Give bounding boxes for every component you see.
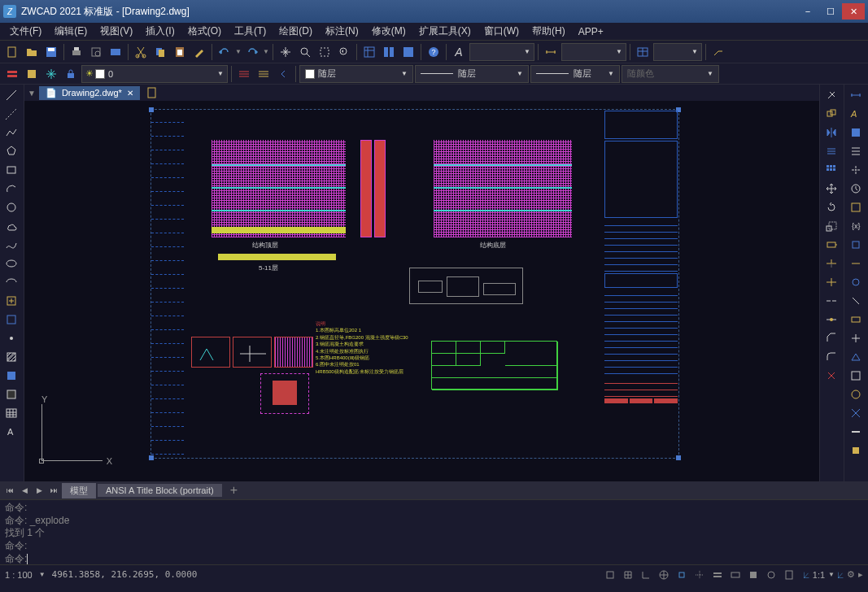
new-icon[interactable] bbox=[3, 43, 21, 61]
aux13-icon[interactable] bbox=[846, 311, 866, 329]
maximize-button[interactable]: ☐ bbox=[819, 3, 842, 20]
aux20-icon[interactable] bbox=[846, 442, 866, 459]
menu-window[interactable]: 窗口(W) bbox=[478, 23, 526, 40]
pline-icon[interactable] bbox=[2, 124, 21, 141]
model-toggle-icon[interactable] bbox=[745, 568, 761, 582]
menu-draw[interactable]: 绘图(D) bbox=[273, 23, 319, 40]
status-arrow[interactable]: ▼ bbox=[39, 571, 46, 578]
tab-add[interactable]: + bbox=[224, 481, 244, 499]
revcloud-icon[interactable] bbox=[2, 217, 21, 235]
zoom-realtime-icon[interactable] bbox=[296, 43, 314, 61]
layer-prev-icon[interactable] bbox=[274, 65, 292, 83]
menu-help[interactable]: 帮助(H) bbox=[526, 23, 572, 40]
dyn-toggle-icon[interactable] bbox=[727, 568, 744, 582]
osnap-toggle-icon[interactable] bbox=[674, 568, 690, 582]
tablestyle-icon[interactable] bbox=[634, 43, 652, 61]
layer-props-icon[interactable] bbox=[3, 65, 21, 83]
setvar-icon[interactable]: {x} bbox=[846, 217, 866, 235]
aux9-icon[interactable] bbox=[846, 236, 866, 254]
drawing-canvas[interactable]: Y X 结构顶层 bbox=[24, 101, 819, 481]
layer-iso-icon[interactable] bbox=[235, 65, 253, 83]
mirror-icon[interactable] bbox=[822, 124, 841, 141]
extend-icon[interactable] bbox=[822, 273, 841, 291]
gradient-icon[interactable] bbox=[2, 367, 21, 385]
status-iso-arrow[interactable]: ▼ bbox=[828, 571, 835, 578]
aux15-icon[interactable] bbox=[846, 348, 866, 366]
menu-view[interactable]: 视图(V) bbox=[94, 23, 139, 40]
make-block-icon[interactable] bbox=[2, 311, 21, 329]
array-icon[interactable] bbox=[822, 161, 841, 179]
stretch-icon[interactable] bbox=[822, 236, 841, 254]
fillet-icon[interactable] bbox=[822, 348, 841, 366]
aux19-icon[interactable] bbox=[846, 423, 866, 441]
region-icon[interactable] bbox=[2, 385, 21, 403]
menu-tools[interactable]: 工具(T) bbox=[228, 23, 273, 40]
help-icon[interactable]: ? bbox=[425, 43, 443, 61]
aux17-icon[interactable] bbox=[846, 385, 866, 403]
explode-icon[interactable] bbox=[822, 367, 841, 385]
offset-icon[interactable] bbox=[822, 142, 841, 160]
layer-lock-icon[interactable] bbox=[62, 65, 80, 83]
pan-icon[interactable] bbox=[277, 43, 294, 61]
menu-edit[interactable]: 编辑(E) bbox=[48, 23, 94, 40]
tab-layout1[interactable]: ANSI A Title Block (portrait) bbox=[98, 484, 222, 497]
trim-icon[interactable] bbox=[822, 255, 841, 272]
aux11-icon[interactable] bbox=[846, 273, 866, 291]
ucs-3d-icon[interactable]: ⟀ bbox=[804, 570, 809, 580]
chamfer-icon[interactable] bbox=[822, 329, 841, 347]
paste-icon[interactable] bbox=[171, 43, 189, 61]
aux12-icon[interactable] bbox=[846, 292, 866, 310]
textstyle-dropdown[interactable]: ▼ bbox=[469, 43, 534, 61]
save-icon[interactable] bbox=[42, 43, 60, 61]
ellipse-icon[interactable] bbox=[2, 255, 21, 272]
rotate-icon[interactable] bbox=[822, 198, 841, 216]
status-icon[interactable] bbox=[846, 198, 866, 216]
time-icon[interactable] bbox=[846, 180, 866, 198]
close-button[interactable]: ✕ bbox=[842, 3, 865, 20]
ellipse-arc-icon[interactable] bbox=[2, 273, 21, 291]
aux16-icon[interactable] bbox=[846, 367, 866, 385]
print-icon[interactable] bbox=[68, 43, 85, 61]
copy-icon[interactable] bbox=[151, 43, 169, 61]
color-dropdown[interactable]: 随层 ▼ bbox=[299, 65, 413, 83]
lineweight-dropdown[interactable]: 随层 ▼ bbox=[530, 65, 620, 83]
layer-uniso-icon[interactable] bbox=[255, 65, 273, 83]
open-icon[interactable] bbox=[23, 43, 41, 61]
menu-format[interactable]: 格式(O) bbox=[181, 23, 228, 40]
grid-toggle-icon[interactable] bbox=[620, 568, 636, 582]
list-icon[interactable] bbox=[846, 142, 866, 160]
redo-icon[interactable] bbox=[243, 43, 261, 61]
dimstyle-dropdown[interactable]: ▼ bbox=[561, 43, 626, 61]
otrack-toggle-icon[interactable] bbox=[691, 568, 708, 582]
status-scale[interactable]: 1 : 100 bbox=[5, 570, 33, 580]
zoom-window-icon[interactable] bbox=[316, 43, 334, 61]
command-window[interactable]: 命令: 命令: _explode 找到 1 个 命令: 命令: bbox=[0, 499, 868, 564]
cut-icon[interactable] bbox=[132, 43, 150, 61]
menu-insert[interactable]: 插入(I) bbox=[139, 23, 181, 40]
dimstyle-icon[interactable] bbox=[542, 43, 560, 61]
tablestyle-dropdown[interactable]: ▼ bbox=[653, 43, 702, 61]
match-props-icon[interactable] bbox=[190, 43, 208, 61]
ucs-3d2-icon[interactable]: ⟀ bbox=[838, 570, 844, 580]
menu-file[interactable]: 文件(F) bbox=[3, 23, 48, 40]
linetype-dropdown[interactable]: 随层 ▼ bbox=[415, 65, 529, 83]
new-tab-icon[interactable] bbox=[143, 85, 161, 102]
zoom-previous-icon[interactable] bbox=[335, 43, 353, 61]
copy-obj-icon[interactable] bbox=[822, 105, 841, 123]
ortho-toggle-icon[interactable] bbox=[638, 568, 654, 582]
tab-first-icon[interactable]: ⏮ bbox=[3, 484, 16, 497]
mtext-icon[interactable]: A bbox=[2, 423, 21, 441]
distance-icon[interactable] bbox=[846, 86, 866, 104]
document-tab[interactable]: 📄 Drawing2.dwg* ✕ bbox=[39, 86, 140, 100]
point-icon[interactable] bbox=[2, 329, 21, 347]
cycle-toggle-icon[interactable] bbox=[763, 568, 779, 582]
text-style-icon[interactable]: A bbox=[450, 43, 468, 61]
arc-icon[interactable] bbox=[2, 180, 21, 198]
menu-app[interactable]: APP+ bbox=[572, 24, 610, 39]
erase-icon[interactable] bbox=[822, 86, 841, 104]
qp-toggle-icon[interactable] bbox=[781, 568, 797, 582]
xline-icon[interactable] bbox=[2, 105, 21, 123]
gear-icon[interactable]: ⚙ bbox=[847, 569, 855, 580]
tab-prev-icon[interactable]: ◀ bbox=[18, 484, 31, 497]
aux18-icon[interactable] bbox=[846, 404, 866, 422]
